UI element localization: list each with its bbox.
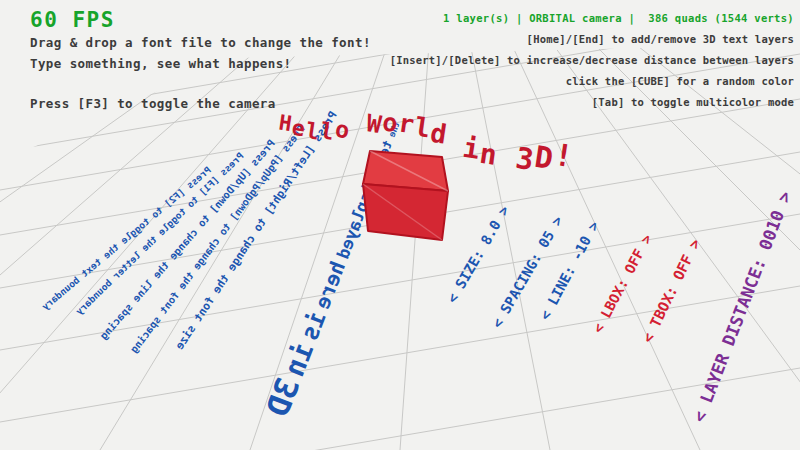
status-line: 1 layer(s) | ORBITAL camera | 386 quads … (390, 8, 794, 29)
hint-drag-drop: Drag & drop a font file to change the fo… (30, 32, 371, 53)
hud-right: 1 layer(s) | ORBITAL camera | 386 quads … (390, 8, 794, 113)
hint-cube-color: click the [CUBE] for a random color (390, 71, 794, 92)
hint-multicolor: [Tab] to toggle multicolor mode (390, 92, 794, 113)
hint-layer-distance: [Insert]/[Delete] to increase/decrease d… (390, 50, 794, 71)
hint-toggle-camera: Press [F3] to toggle the camera (30, 93, 371, 114)
fps-counter: 60 FPS (30, 8, 371, 32)
hint-type-something: Type something, see what happens! (30, 53, 371, 74)
hint-layers: [Home]/[End] to add/remove 3D text layer… (390, 29, 794, 50)
hud-left: 60 FPS Drag & drop a font file to change… (30, 8, 371, 114)
